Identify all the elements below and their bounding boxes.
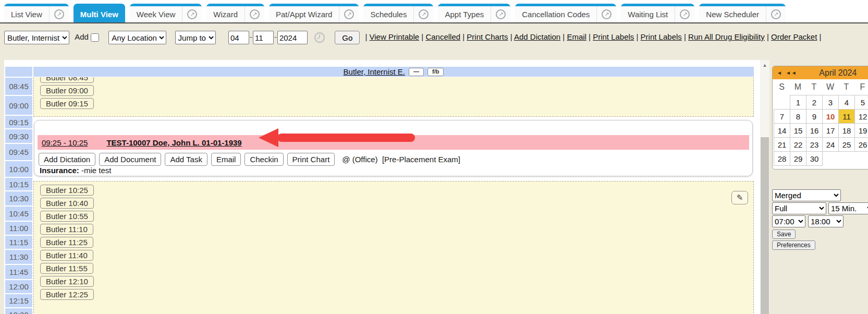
- calendar-date-2[interactable]: 2: [806, 95, 823, 110]
- slot-button-butler-10-55[interactable]: Butler 10:55: [40, 211, 94, 222]
- calendar-date-11[interactable]: 11: [839, 110, 855, 124]
- calendar-date-10[interactable]: 10: [823, 110, 839, 124]
- end-time-select[interactable]: 18:00: [808, 215, 843, 227]
- open-new-window-button[interactable]: ↗: [413, 6, 433, 22]
- slot-button-butler-09-15[interactable]: Butler 09:15: [40, 98, 94, 109]
- checkin-button[interactable]: Checkin: [244, 153, 283, 166]
- slot-button-butler-10-40[interactable]: Butler 10:40: [40, 198, 94, 209]
- appointment-time-link[interactable]: 09:25 - 10:25: [42, 138, 88, 147]
- jump-to-select[interactable]: Jump to: [175, 31, 216, 44]
- calendar-date-19[interactable]: 19: [855, 124, 868, 138]
- clock-icon[interactable]: [314, 32, 325, 43]
- prev-year-icon[interactable]: ◄◄: [786, 70, 797, 76]
- toolbar-link-print-labels[interactable]: Print Labels: [593, 32, 634, 41]
- calendar-date-16[interactable]: 16: [806, 124, 823, 138]
- calendar-date-25[interactable]: 25: [839, 138, 855, 152]
- open-new-window-button[interactable]: ↗: [49, 6, 69, 22]
- slot-button-butler-12-25[interactable]: Butler 12:25: [40, 289, 94, 300]
- calendar-date-14[interactable]: 14: [774, 124, 790, 138]
- scroll-up-icon[interactable]: ▲: [760, 60, 769, 70]
- add-dictation-button[interactable]: Add Dictation: [39, 153, 95, 166]
- calendar-date-15[interactable]: 15: [790, 124, 806, 138]
- open-new-window-button[interactable]: ↗: [491, 6, 510, 22]
- tab-waiting-list[interactable]: Waiting List↗: [621, 4, 694, 22]
- calendar-date-17[interactable]: 17: [823, 124, 839, 138]
- calendar-date-3[interactable]: 3: [823, 95, 839, 110]
- provider-column-link[interactable]: Butler, Internist E.: [344, 67, 405, 76]
- date-month-input[interactable]: [228, 31, 249, 44]
- calendar-date-24[interactable]: 24: [823, 138, 839, 152]
- calendar-date-4[interactable]: 4: [839, 95, 855, 110]
- toolbar-link-view-printable[interactable]: View Printable: [370, 32, 420, 41]
- tab-schedules[interactable]: Schedules↗: [363, 4, 433, 22]
- calendar-date-21[interactable]: 21: [774, 138, 790, 152]
- toolbar-link-cancelled[interactable]: Cancelled: [425, 32, 460, 41]
- toolbar-link-print-labels[interactable]: Print Labels: [641, 32, 682, 41]
- collapse-column-button[interactable]: —: [409, 68, 424, 76]
- view-size-select[interactable]: Full: [772, 202, 826, 214]
- slot-button-butler-10-25[interactable]: Butler 10:25: [40, 185, 94, 196]
- calendar-date-29[interactable]: 29: [790, 152, 806, 166]
- calendar-date-8[interactable]: 8: [790, 110, 806, 124]
- calendar-date-23[interactable]: 23: [806, 138, 823, 152]
- slot-button-butler-11-40[interactable]: Butler 11:40: [40, 250, 93, 261]
- open-new-window-button[interactable]: ↗: [339, 6, 359, 22]
- toolbar-link-order-packet[interactable]: Order Packet: [771, 32, 817, 41]
- save-button[interactable]: Save: [772, 230, 796, 239]
- tab-cancellation-codes[interactable]: Cancellation Codes↗: [515, 4, 616, 22]
- toolbar-link-email[interactable]: Email: [567, 32, 586, 41]
- calendar-date-5[interactable]: 5: [855, 95, 868, 110]
- slot-button-butler-12-10[interactable]: Butler 12:10: [40, 276, 94, 287]
- add-checkbox[interactable]: [91, 33, 99, 42]
- date-day-input[interactable]: [253, 31, 274, 44]
- tab-new-scheduler[interactable]: New Scheduler↗: [699, 4, 786, 22]
- calendar-date-28[interactable]: 28: [774, 152, 790, 166]
- edit-schedule-icon[interactable]: ✎: [731, 191, 748, 204]
- slot-button-butler-11-55[interactable]: Butler 11:55: [40, 263, 93, 274]
- calendar-date-1[interactable]: 1: [790, 95, 806, 110]
- slot-button-butler-11-10[interactable]: Butler 11:10: [40, 224, 93, 235]
- tab-multi-view[interactable]: Multi View: [74, 4, 125, 22]
- patient-link[interactable]: TEST-10007 Doe, John L. 01-01-1939: [106, 138, 241, 147]
- open-new-window-button[interactable]: ↗: [182, 6, 202, 22]
- calendar-date-26[interactable]: 26: [855, 138, 868, 152]
- tab-list-view[interactable]: List View↗: [4, 4, 69, 22]
- calendar-date-7[interactable]: 7: [774, 110, 790, 124]
- tab-label: Appt Types: [438, 6, 491, 22]
- provider-select[interactable]: Butler, Internist: [4, 31, 69, 44]
- email-button[interactable]: Email: [211, 153, 241, 166]
- toolbar-link-add-dictation[interactable]: Add Dictation: [514, 32, 560, 41]
- tab-pat-appt-wizard[interactable]: Pat/Appt Wizard↗: [269, 4, 359, 22]
- slot-button-butler-09-00[interactable]: Butler 09:00: [40, 85, 94, 96]
- open-new-window-button[interactable]: ↗: [244, 6, 264, 22]
- calendar-date-30[interactable]: 30: [806, 152, 823, 166]
- add-task-button[interactable]: Add Task: [165, 153, 207, 166]
- preferences-button[interactable]: Preferences: [772, 240, 815, 250]
- interval-select[interactable]: 15 Min.: [828, 202, 868, 214]
- print-chart-button[interactable]: Print Chart: [287, 153, 335, 166]
- go-button[interactable]: Go: [335, 31, 360, 44]
- slot-button-butler-11-25[interactable]: Butler 11:25: [40, 237, 93, 248]
- open-new-window-button[interactable]: ↗: [766, 6, 786, 22]
- calendar-date-12[interactable]: 12: [855, 110, 868, 124]
- calendar-date-22[interactable]: 22: [790, 138, 806, 152]
- fb-toggle-button[interactable]: f/b: [427, 68, 444, 76]
- tab-wizard[interactable]: Wizard↗: [206, 4, 264, 22]
- open-new-window-button[interactable]: ↗: [675, 6, 694, 22]
- open-new-window-button[interactable]: ↗: [596, 6, 616, 22]
- merge-mode-select[interactable]: Merged: [772, 189, 841, 201]
- tab-appt-types[interactable]: Appt Types↗: [438, 4, 510, 22]
- add-document-button[interactable]: Add Document: [99, 153, 161, 166]
- start-time-select[interactable]: 07:00: [772, 215, 805, 227]
- toolbar-link-print-charts[interactable]: Print Charts: [467, 32, 508, 41]
- slot-button-butler-08-45[interactable]: Butler 08:45: [40, 77, 94, 83]
- location-select[interactable]: Any Location: [108, 31, 166, 44]
- scrollbar-thumb[interactable]: [761, 137, 769, 314]
- calendar-date-18[interactable]: 18: [839, 124, 855, 138]
- tab-week-view[interactable]: Week View↗: [130, 4, 202, 22]
- prev-month-icon[interactable]: ◄: [777, 70, 783, 76]
- time-label: 12:00: [5, 280, 32, 293]
- calendar-date-9[interactable]: 9: [806, 110, 823, 124]
- date-year-input[interactable]: [277, 31, 308, 44]
- toolbar-link-run-all-drug-eligibility[interactable]: Run All Drug Eligibility: [688, 32, 765, 41]
